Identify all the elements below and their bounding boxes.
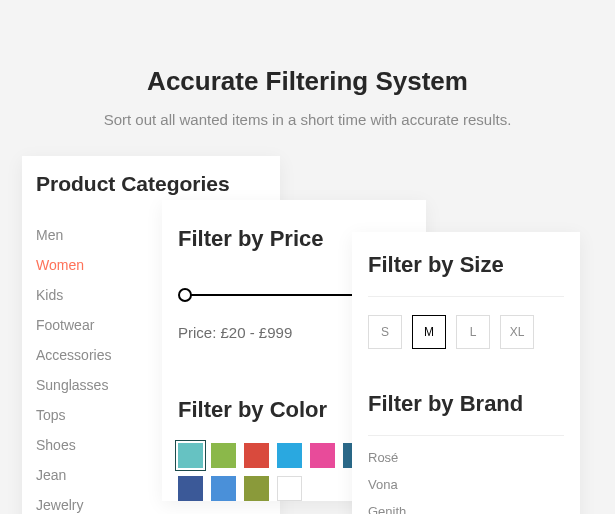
brand-title: Filter by Brand bbox=[368, 391, 564, 417]
slider-handle[interactable] bbox=[178, 288, 192, 302]
page-subtitle: Sort out all wanted items in a short tim… bbox=[0, 111, 615, 128]
brand-list: RoséVonaGenithBaper bbox=[368, 444, 564, 514]
color-swatch[interactable] bbox=[310, 443, 335, 468]
brand-item[interactable]: Rosé bbox=[368, 444, 564, 471]
divider bbox=[368, 435, 564, 436]
divider bbox=[368, 296, 564, 297]
size-options: SMLXL bbox=[368, 315, 564, 349]
color-swatch[interactable] bbox=[178, 476, 203, 501]
categories-title: Product Categories bbox=[36, 172, 262, 196]
page-title: Accurate Filtering System bbox=[0, 0, 615, 97]
size-option[interactable]: XL bbox=[500, 315, 534, 349]
size-title: Filter by Size bbox=[368, 252, 564, 278]
color-swatch[interactable] bbox=[277, 476, 302, 501]
brand-item[interactable]: Genith bbox=[368, 498, 564, 514]
size-brand-panel: Filter by Size SMLXL Filter by Brand Ros… bbox=[352, 232, 580, 514]
color-swatch[interactable] bbox=[211, 476, 236, 501]
color-swatch[interactable] bbox=[244, 476, 269, 501]
size-option[interactable]: L bbox=[456, 315, 490, 349]
color-swatch[interactable] bbox=[211, 443, 236, 468]
size-option[interactable]: S bbox=[368, 315, 402, 349]
color-swatch[interactable] bbox=[244, 443, 269, 468]
size-option[interactable]: M bbox=[412, 315, 446, 349]
brand-item[interactable]: Vona bbox=[368, 471, 564, 498]
color-swatch[interactable] bbox=[277, 443, 302, 468]
color-swatch[interactable] bbox=[178, 443, 203, 468]
